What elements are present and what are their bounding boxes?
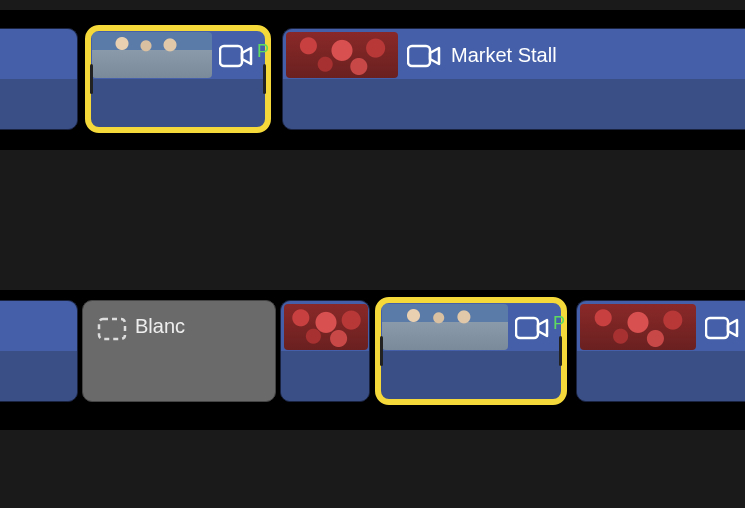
proxy-indicator: P <box>553 313 565 334</box>
svg-rect-3 <box>516 318 538 338</box>
clip-thumbnail <box>92 32 212 78</box>
video-clip-market-stall[interactable]: Market Stall <box>282 28 745 130</box>
video-clip[interactable] <box>576 300 745 402</box>
video-clip[interactable] <box>280 300 370 402</box>
clip-title: Blanc <box>135 315 185 338</box>
video-clip[interactable] <box>0 28 78 130</box>
clip-thumbnail <box>284 304 368 350</box>
proxy-indicator: P <box>257 41 269 62</box>
timeline-track-lower: Blanc P <box>0 280 745 430</box>
clip-title: Market Stall <box>451 44 557 67</box>
video-clip-selected[interactable]: P <box>378 300 564 402</box>
svg-rect-0 <box>220 46 242 66</box>
camera-icon <box>515 315 549 341</box>
video-clip[interactable] <box>0 300 78 402</box>
video-clip-selected[interactable]: P <box>88 28 268 130</box>
camera-icon <box>219 43 253 69</box>
camera-icon <box>407 43 441 69</box>
svg-rect-2 <box>99 319 125 339</box>
camera-icon <box>705 315 739 341</box>
svg-rect-1 <box>408 46 430 66</box>
gap-clip[interactable]: Blanc <box>82 300 276 402</box>
timeline-track-upper: P Market Stall <box>0 0 745 150</box>
svg-rect-4 <box>706 318 728 338</box>
clip-thumbnail <box>286 32 398 78</box>
clip-thumbnail <box>382 304 508 350</box>
gap-icon <box>97 317 127 341</box>
clip-thumbnail <box>580 304 696 350</box>
